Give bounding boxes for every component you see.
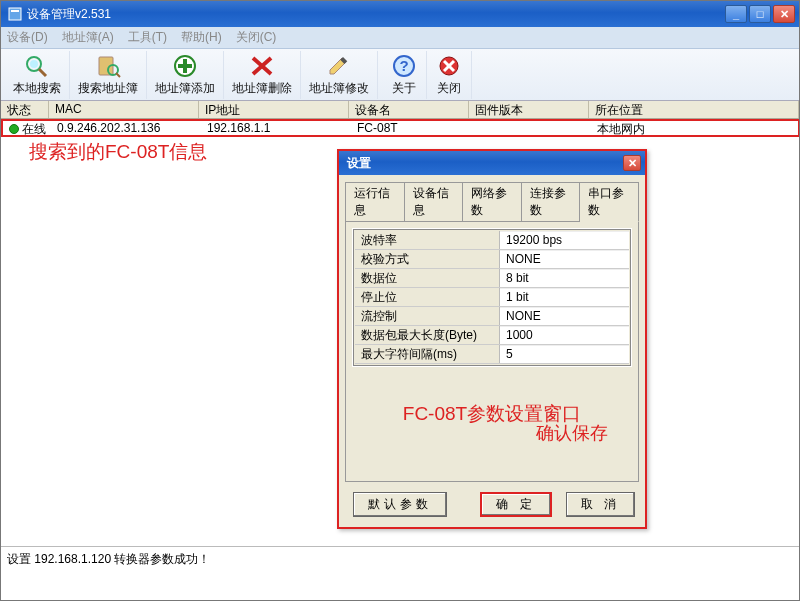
tab-row: 运行信息 设备信息 网络参数 连接参数 串口参数 — [339, 175, 645, 221]
menu-tools[interactable]: 工具(T) — [128, 29, 167, 46]
search-icon — [23, 53, 51, 78]
tool-label: 地址簿修改 — [309, 80, 369, 97]
tool-about[interactable]: ? 关于 — [382, 51, 427, 99]
param-value[interactable]: 1000 — [500, 326, 629, 344]
settings-dialog: 设置 ✕ 运行信息 设备信息 网络参数 连接参数 串口参数 波特率 19200 … — [337, 149, 647, 529]
tool-label: 本地搜索 — [13, 80, 61, 97]
annotation-found: 搜索到的FC-08T信息 — [29, 139, 207, 165]
menu-addrbook[interactable]: 地址簿(A) — [62, 29, 114, 46]
svg-line-7 — [116, 73, 120, 77]
tool-addrbook-search[interactable]: 搜索地址簿 — [70, 51, 147, 99]
tool-label: 关于 — [392, 80, 416, 97]
col-loc[interactable]: 所在位置 — [589, 101, 799, 118]
dialog-title: 设置 — [347, 155, 623, 172]
tool-label: 地址簿删除 — [232, 80, 292, 97]
tool-addrbook-delete[interactable]: 地址簿删除 — [224, 51, 301, 99]
dialog-titlebar: 设置 ✕ — [339, 151, 645, 175]
tab-runtime[interactable]: 运行信息 — [345, 182, 405, 222]
window-titlebar: 设备管理v2.531 _ □ ✕ — [1, 1, 799, 27]
param-value[interactable]: 19200 bps — [500, 231, 629, 249]
param-label: 数据位 — [355, 269, 500, 287]
status-dot-icon — [9, 124, 19, 134]
menu-device[interactable]: 设备(D) — [7, 29, 48, 46]
cell-loc: 本地网内 — [591, 121, 798, 135]
maximize-button[interactable]: □ — [749, 5, 771, 23]
param-value[interactable]: NONE — [500, 307, 629, 325]
tab-pane-serial: 波特率 19200 bps 校验方式 NONE 数据位 8 bit 停止位 1 … — [345, 221, 639, 482]
col-mac[interactable]: MAC — [49, 101, 199, 118]
param-label: 校验方式 — [355, 250, 500, 268]
annotation-confirm: 确认保存 — [536, 421, 608, 445]
param-label: 波特率 — [355, 231, 500, 249]
param-value[interactable]: 8 bit — [500, 269, 629, 287]
param-label: 流控制 — [355, 307, 500, 325]
tab-connect[interactable]: 连接参数 — [522, 182, 581, 222]
param-maxgap[interactable]: 最大字符间隔(ms) 5 — [355, 345, 629, 364]
x-icon — [248, 53, 276, 78]
cancel-button[interactable]: 取 消 — [566, 492, 635, 517]
param-value[interactable]: NONE — [500, 250, 629, 268]
param-label: 数据包最大长度(Byte) — [355, 326, 500, 344]
param-parity[interactable]: 校验方式 NONE — [355, 250, 629, 269]
svg-line-4 — [39, 69, 46, 76]
log-line: 设置 192.168.1.120 转换器参数成功！ — [7, 552, 210, 566]
menubar: 设备(D) 地址簿(A) 工具(T) 帮助(H) 关闭(C) — [1, 27, 799, 49]
svg-rect-1 — [11, 10, 19, 12]
svg-rect-0 — [9, 8, 21, 20]
close-icon — [435, 53, 463, 78]
app-icon — [7, 6, 23, 22]
col-fw[interactable]: 固件版本 — [469, 101, 589, 118]
tool-label: 搜索地址簿 — [78, 80, 138, 97]
cell-mac: 0.9.246.202.31.136 — [51, 121, 201, 135]
param-maxpkt[interactable]: 数据包最大长度(Byte) 1000 — [355, 326, 629, 345]
plus-icon — [171, 53, 199, 78]
list-header: 状态 MAC IP地址 设备名 固件版本 所在位置 — [1, 101, 799, 119]
col-ip[interactable]: IP地址 — [199, 101, 349, 118]
svg-rect-10 — [178, 64, 192, 68]
ok-button[interactable]: 确 定 — [480, 492, 551, 517]
col-status[interactable]: 状态 — [1, 101, 49, 118]
book-search-icon — [94, 53, 122, 78]
defaults-button[interactable]: 默认参数 — [353, 492, 447, 517]
cell-name: FC-08T — [351, 121, 471, 135]
col-name[interactable]: 设备名 — [349, 101, 469, 118]
help-icon: ? — [390, 53, 418, 78]
menu-help[interactable]: 帮助(H) — [181, 29, 222, 46]
svg-text:?: ? — [399, 57, 408, 74]
tab-device[interactable]: 设备信息 — [405, 182, 464, 222]
tool-close[interactable]: 关闭 — [427, 51, 472, 99]
param-databits[interactable]: 数据位 8 bit — [355, 269, 629, 288]
param-stopbits[interactable]: 停止位 1 bit — [355, 288, 629, 307]
param-baud[interactable]: 波特率 19200 bps — [355, 231, 629, 250]
param-label: 停止位 — [355, 288, 500, 306]
tool-addrbook-add[interactable]: 地址簿添加 — [147, 51, 224, 99]
svg-point-3 — [30, 60, 38, 68]
tool-addrbook-edit[interactable]: 地址簿修改 — [301, 51, 378, 99]
tab-serial[interactable]: 串口参数 — [580, 182, 639, 222]
tool-local-search[interactable]: 本地搜索 — [5, 51, 70, 99]
dialog-close-button[interactable]: ✕ — [623, 155, 641, 171]
close-button[interactable]: ✕ — [773, 5, 795, 23]
param-value[interactable]: 1 bit — [500, 288, 629, 306]
cell-status: 在线 — [3, 121, 51, 135]
param-value[interactable]: 5 — [500, 345, 629, 363]
pencil-icon — [325, 53, 353, 78]
log-panel: 设置 192.168.1.120 转换器参数成功！ — [1, 547, 799, 601]
tab-network[interactable]: 网络参数 — [463, 182, 522, 222]
param-flow[interactable]: 流控制 NONE — [355, 307, 629, 326]
window-title: 设备管理v2.531 — [27, 6, 725, 23]
tool-label: 关闭 — [437, 80, 461, 97]
tool-label: 地址簿添加 — [155, 80, 215, 97]
device-row[interactable]: 在线 0.9.246.202.31.136 192.168.1.1 FC-08T… — [1, 119, 800, 137]
minimize-button[interactable]: _ — [725, 5, 747, 23]
param-label: 最大字符间隔(ms) — [355, 345, 500, 363]
cell-ip: 192.168.1.1 — [201, 121, 351, 135]
toolbar: 本地搜索 搜索地址簿 地址簿添加 地址簿删除 地址簿修改 ? 关于 关闭 — [1, 49, 799, 101]
menu-exit[interactable]: 关闭(C) — [236, 29, 277, 46]
cell-fw — [471, 121, 591, 135]
